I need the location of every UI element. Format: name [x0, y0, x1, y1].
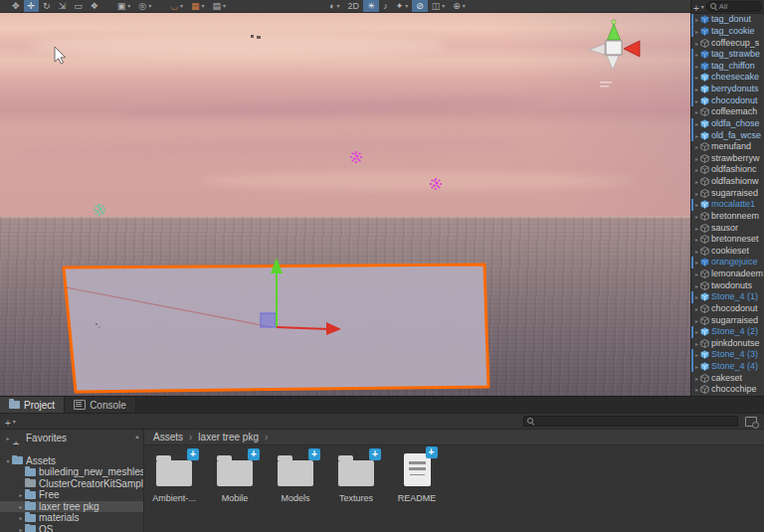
hierarchy-item[interactable]: ▸ oldfa_chose — [691, 118, 764, 130]
expand-arrow-icon[interactable]: ▸ — [693, 317, 700, 324]
hierarchy-item[interactable]: ▸ berrydonuts — [691, 84, 764, 95]
hierarchy-item[interactable]: ▸ cheesecake — [691, 72, 764, 84]
hierarchy-search[interactable]: All — [706, 1, 762, 12]
toolbar-tool-button[interactable]: ✦ ▾ — [392, 0, 413, 12]
asset-item[interactable]: + Models — [272, 453, 319, 503]
expand-arrow-icon[interactable]: ▸ — [17, 503, 25, 510]
hierarchy-item[interactable]: ▸ oldfashionc — [691, 164, 764, 176]
hierarchy-item[interactable]: ▸ sugarraised — [691, 314, 764, 326]
expand-arrow-icon[interactable]: ▸ — [693, 132, 700, 139]
toolbar-tool-button[interactable]: ▣ ▾ — [113, 0, 135, 12]
hierarchy-item[interactable]: ▸ mocalatte1 — [691, 199, 764, 211]
expand-arrow-icon[interactable]: ▸ — [693, 40, 700, 47]
hierarchy-item[interactable]: ▸ chocodonut — [691, 94, 764, 106]
expand-arrow-icon[interactable]: ▸ — [17, 491, 25, 498]
asset-item[interactable]: + README — [393, 453, 441, 503]
expand-arrow-icon[interactable]: ▸ — [693, 282, 700, 289]
gizmo-y-cone[interactable] — [608, 24, 621, 40]
toolbar-tool-button[interactable]: ↻ — [39, 0, 55, 12]
gizmo-center-cube[interactable] — [606, 41, 622, 55]
expand-arrow-icon[interactable]: ▸ — [693, 178, 700, 185]
toolbar-tool-button[interactable]: ◎ ▾ — [134, 0, 155, 12]
toolbar-tool-button[interactable]: ⊕ ▾ — [449, 0, 470, 12]
expand-arrow-icon[interactable]: ▸ — [693, 16, 700, 23]
hierarchy-item[interactable]: ▸ lemonadeem — [691, 268, 764, 280]
expand-arrow-icon[interactable]: ▸ — [17, 514, 25, 521]
expand-arrow-icon[interactable]: ▾ — [4, 457, 12, 464]
tree-item[interactable]: ▸ laxer tree pkg — [0, 501, 143, 513]
expand-arrow-icon[interactable]: ▸ — [693, 328, 700, 335]
expand-arrow-icon[interactable]: ▸ — [693, 225, 700, 232]
toolbar-tool-button[interactable]: ◐ ▾ — [325, 0, 343, 12]
expand-arrow-icon[interactable]: ▸ — [693, 63, 700, 70]
expand-arrow-icon[interactable]: ▸ — [693, 236, 700, 243]
breadcrumb-segment[interactable]: laxer tree pkg — [198, 432, 274, 443]
expand-arrow-icon[interactable]: ▸ — [693, 351, 700, 358]
hierarchy-item[interactable]: ▸ chocodonut — [691, 303, 764, 315]
expand-arrow-icon[interactable]: ▸ — [693, 363, 700, 370]
expand-arrow-icon[interactable]: ▸ — [693, 108, 700, 115]
gizmo-x-cone[interactable] — [624, 41, 640, 57]
hierarchy-item[interactable]: ▸ Stone_4 (3) — [691, 349, 764, 361]
hierarchy-item[interactable]: ▸ sugarraised — [691, 187, 764, 199]
hierarchy-item[interactable]: ▸ tag_strawbe — [691, 49, 764, 61]
panel-tab[interactable]: Console — [65, 397, 136, 413]
expand-arrow-icon[interactable]: ▸ — [693, 155, 700, 162]
expand-arrow-icon[interactable]: ▸ — [693, 166, 700, 173]
hierarchy-item[interactable]: ▸ twodonuts — [691, 279, 764, 291]
search-input[interactable] — [536, 417, 734, 426]
particle-gizmo-teal[interactable] — [94, 204, 105, 216]
hierarchy-item[interactable]: ▸ coffeecup_s — [691, 37, 764, 49]
expand-arrow-icon[interactable]: ▸ — [693, 97, 700, 104]
tree-item[interactable]: ▾ Assets — [0, 455, 143, 467]
hierarchy-item[interactable]: ▸ oldfashionw — [691, 176, 764, 188]
expand-arrow-icon[interactable]: ▸ — [693, 375, 700, 382]
asset-item[interactable]: + Ambient-... — [150, 453, 198, 503]
toolbar-tool-button[interactable]: ❖ — [87, 0, 102, 12]
hierarchy-item[interactable]: ▸ bretonneem — [691, 211, 764, 223]
breadcrumb-segment[interactable]: Assets — [153, 432, 198, 443]
toolbar-tool-button[interactable]: 2D — [344, 0, 364, 12]
hierarchy-item[interactable]: ▸ sausor — [691, 222, 764, 234]
create-asset-button[interactable]: ▾ — [5, 413, 16, 431]
expand-arrow-icon[interactable]: ▸ — [693, 86, 700, 92]
expand-arrow-icon[interactable]: ▸ — [693, 293, 700, 300]
gizmo-plane-handle[interactable] — [261, 313, 276, 327]
toolbar-tool-button[interactable]: ✛ — [24, 0, 40, 12]
scroll-up-icon[interactable]: ▲ — [134, 434, 140, 440]
tree-item[interactable]: ▸ Favorites — [0, 433, 143, 444]
hierarchy-item[interactable]: ▸ cakeset — [691, 372, 764, 384]
expand-arrow-icon[interactable]: ▸ — [693, 213, 700, 220]
toolbar-tool-button[interactable]: ▭ — [70, 0, 87, 12]
toolbar-tool-button[interactable]: ▦ ▾ — [187, 0, 209, 12]
asset-item[interactable]: + Textures — [332, 453, 380, 503]
toolbar-tool-button[interactable]: ◫ ▾ — [428, 0, 450, 12]
hierarchy-item[interactable]: ▸ Stone_4 (4) — [691, 361, 764, 373]
expand-arrow-icon[interactable]: ▸ — [693, 28, 700, 35]
toolbar-tool-button[interactable]: ⇲ — [55, 0, 71, 12]
hierarchy-item[interactable]: ▸ menufand — [691, 141, 764, 153]
project-search[interactable] — [523, 416, 738, 427]
search-window-icon[interactable] — [745, 417, 757, 427]
scene-view[interactable] — [0, 13, 690, 396]
expand-arrow-icon[interactable]: ▸ — [693, 190, 700, 197]
tree-item[interactable]: ▸ QS — [0, 524, 143, 532]
tree-item[interactable]: ▸ Free — [0, 489, 143, 501]
expand-arrow-icon[interactable]: ▸ — [693, 143, 700, 150]
expand-arrow-icon[interactable]: ▸ — [693, 259, 700, 266]
hierarchy-item[interactable]: ▸ pinkdonutse — [691, 338, 764, 350]
expand-arrow-icon[interactable]: ▸ — [693, 340, 700, 347]
hierarchy-item[interactable]: ▸ orangejuice — [691, 257, 764, 268]
expand-arrow-icon[interactable]: ▸ — [693, 120, 700, 127]
hierarchy-item[interactable]: ▸ Stone_4 (2) — [691, 326, 764, 338]
particle-gizmo-magenta[interactable] — [350, 151, 362, 163]
expand-arrow-icon[interactable]: ▸ — [693, 201, 700, 208]
expand-arrow-icon[interactable]: ▸ — [17, 526, 25, 532]
tree-item[interactable]: ClusterCreatorKitSample- — [0, 478, 143, 490]
toolbar-tool-button[interactable]: ✥ — [8, 0, 24, 12]
orientation-gizmo[interactable] — [589, 20, 640, 70]
tree-item[interactable]: buileding_new_meshless6 — [0, 466, 143, 478]
gizmo-neg-y-cone[interactable] — [607, 56, 619, 70]
toolbar-tool-button[interactable]: ☀ — [363, 0, 379, 12]
hierarchy-item[interactable]: ▸ old_fa_wcse — [691, 129, 764, 141]
